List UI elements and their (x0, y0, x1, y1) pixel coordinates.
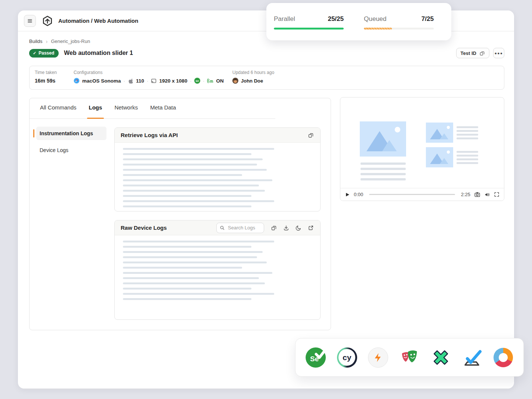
skeleton-line (123, 246, 251, 248)
placeholder-line (361, 168, 406, 170)
skeleton-line (123, 158, 263, 160)
parallel-meter: Parallel 25/25 (274, 15, 344, 40)
menu-button[interactable] (24, 15, 36, 27)
dark-mode-moon-icon[interactable] (295, 225, 302, 231)
skeleton-line (123, 241, 274, 242)
selenium-logo-icon: Se (305, 347, 326, 368)
copy-icon[interactable] (270, 225, 277, 231)
apple-icon (128, 78, 133, 84)
parallel-value: 25/25 (328, 15, 344, 23)
skeleton-line (123, 169, 267, 171)
skeleton-line (123, 153, 251, 155)
tab-networks[interactable]: Networks (114, 104, 138, 119)
screenshot-camera-icon[interactable] (474, 191, 480, 198)
skeleton-line (123, 288, 251, 290)
test-id-label: Test ID (461, 50, 476, 56)
brand-logo[interactable] (42, 15, 53, 27)
more-options-button[interactable]: ●●● (493, 48, 504, 58)
skeleton-line (123, 200, 274, 202)
breadcrumb-builds[interactable]: Builds (29, 38, 42, 44)
tab-meta-data[interactable]: Meta Data (150, 104, 176, 119)
breadcrumb-current: Generic_jobs-Run (51, 38, 90, 44)
queued-progress-fill (364, 28, 392, 30)
updated-label: Updated 6 hours ago (232, 70, 274, 75)
os-name: macOS Sonoma (82, 78, 121, 84)
duration: 2:25 (461, 192, 470, 197)
download-icon[interactable] (283, 225, 290, 231)
search-logs-input[interactable] (227, 225, 261, 231)
raw-logs-skeleton (115, 235, 320, 300)
raw-logs-panel: Raw Device Logs (114, 220, 321, 320)
updated-group: Updated 6 hours ago John Doe (232, 70, 274, 84)
play-icon[interactable] (345, 192, 350, 197)
placeholder-line (361, 173, 406, 175)
api-logs-panel: Retrieve Logs via API (114, 127, 321, 211)
copy-icon (479, 50, 485, 56)
video-placeholder-image (360, 121, 406, 158)
fullscreen-icon[interactable] (494, 192, 499, 197)
skeleton-line (123, 272, 272, 274)
parallel-label: Parallel (274, 15, 295, 23)
time-taken-label: Time taken (35, 70, 57, 75)
api-logs-header: Retrieve Logs via API (115, 128, 320, 143)
playwright-logo-icon (399, 347, 420, 368)
svg-text:Se: Se (310, 355, 319, 363)
copy-icon[interactable] (307, 132, 314, 139)
queued-meter: Queued 7/25 (364, 15, 434, 40)
pinwheel-logo-icon (493, 347, 514, 368)
browser-version: 110 (136, 78, 144, 84)
chevron-right-icon: › (46, 40, 47, 43)
resolution-icon (151, 78, 157, 84)
run-title: Web automation slider 1 (64, 50, 133, 56)
seek-bar[interactable] (369, 194, 455, 195)
skeleton-line (123, 185, 259, 186)
hexagon-arrow-logo-icon (42, 15, 53, 27)
network-icon (207, 78, 213, 84)
raw-logs-header: Raw Device Logs (115, 220, 320, 235)
external-link-icon[interactable] (307, 225, 314, 231)
separator-dot: · (147, 78, 149, 84)
search-icon (220, 225, 225, 231)
check-logo-icon (461, 347, 482, 368)
skeleton-line (123, 179, 272, 181)
separator-dot: · (203, 78, 205, 84)
ellipsis-icon: ●●● (495, 51, 503, 55)
placeholder-line (457, 162, 478, 164)
tab-logs[interactable]: Logs (89, 104, 102, 119)
time-taken-group: Time taken 16m 59s (35, 70, 57, 84)
api-logs-title: Retrieve Logs via API (121, 132, 178, 138)
skeleton-line (123, 282, 265, 284)
sidebar-item-device-logs[interactable]: Device Logs (40, 147, 68, 153)
run-title-row: ✓ Passed Web automation slider 1 Test ID… (29, 47, 504, 59)
avatar (232, 78, 238, 84)
volume-icon[interactable] (484, 192, 490, 198)
skeleton-line (123, 262, 267, 263)
parallel-progress-fill (274, 28, 344, 30)
tab-all-commands[interactable]: All Commands (40, 104, 77, 119)
page: Automation / Web Automation Builds › Gen… (0, 0, 532, 399)
test-id-button[interactable]: Test ID (456, 48, 489, 58)
session-summary-bar: Time taken 16m 59s Configurations macOS … (29, 66, 504, 90)
skeleton-line (123, 277, 259, 279)
placeholder-side-lines (457, 151, 478, 166)
sidebar-item-instrumentation-logs[interactable]: Instrumentation Logs (36, 127, 106, 140)
raw-logs-actions (270, 225, 314, 231)
breadcrumb: Builds › Generic_jobs-Run (29, 38, 90, 44)
skeleton-line (123, 293, 274, 295)
status-badge-label: Passed (38, 50, 54, 56)
placeholder-line (457, 158, 478, 160)
skeleton-line (123, 298, 251, 300)
page-title: Automation / Web Automation (58, 18, 138, 24)
skeleton-line (123, 267, 242, 269)
check-icon: ✓ (33, 51, 36, 56)
video-player-card: 0:00 2:25 (340, 97, 504, 201)
skeleton-line (123, 251, 263, 253)
active-indicator (33, 129, 34, 137)
queued-label: Queued (364, 15, 387, 23)
safari-icon (74, 78, 80, 84)
placeholder-line (457, 151, 478, 153)
selenium-icon: se (194, 78, 200, 84)
network-state: ON (216, 78, 223, 84)
cross-logo-icon (430, 347, 451, 368)
separator-dot: · (190, 78, 192, 84)
